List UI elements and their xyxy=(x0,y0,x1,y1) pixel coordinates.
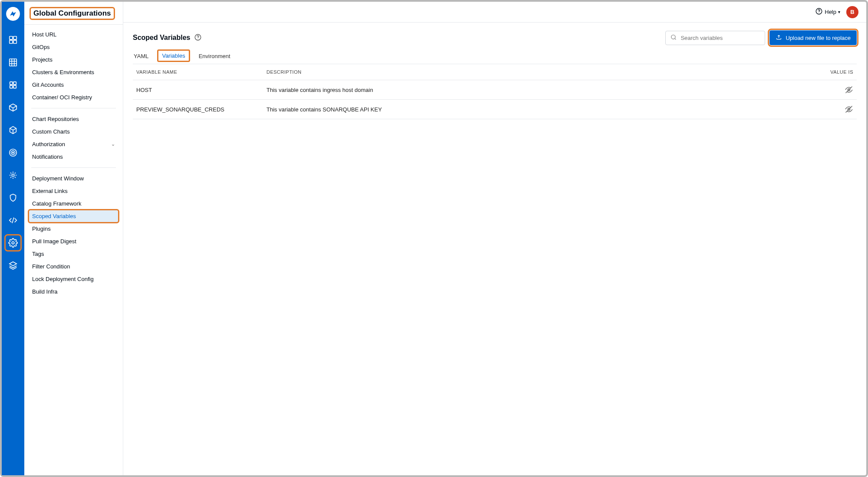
svg-point-19 xyxy=(671,35,675,39)
package-icon[interactable] xyxy=(5,100,21,115)
sidebar: Global Configurations Host URLGitOpsProj… xyxy=(24,2,123,475)
svg-point-13 xyxy=(12,174,14,176)
sidebar-item-catalog-framework[interactable]: Catalog Framework xyxy=(29,197,118,210)
apps-icon[interactable] xyxy=(5,77,21,93)
sidebar-item-label: Tags xyxy=(32,251,44,257)
col-header-description: DESCRIPTION xyxy=(266,69,801,75)
sidebar-item-container-oci-registry[interactable]: Container/ OCI Registry xyxy=(29,91,118,104)
cube-icon[interactable] xyxy=(5,122,21,138)
sidebar-item-build-infra[interactable]: Build Infra xyxy=(29,285,118,298)
upload-button-label: Upload new file to replace xyxy=(786,35,851,41)
variable-description: This variable contains SONARQUBE API KEY xyxy=(266,106,801,113)
sidebar-item-git-accounts[interactable]: Git Accounts xyxy=(29,78,118,91)
shield-icon[interactable] xyxy=(5,190,21,206)
svg-point-10 xyxy=(10,149,17,157)
svg-rect-2 xyxy=(13,36,16,39)
col-header-value: VALUE IS xyxy=(801,69,853,75)
search-input[interactable] xyxy=(681,35,760,41)
svg-point-11 xyxy=(11,150,15,154)
sidebar-item-host-url[interactable]: Host URL xyxy=(29,28,118,41)
sidebar-item-label: Scoped Variables xyxy=(32,213,76,219)
tab-yaml[interactable]: YAML xyxy=(133,49,149,64)
code-icon[interactable] xyxy=(5,212,21,228)
sidebar-item-scoped-variables[interactable]: Scoped Variables xyxy=(29,210,118,222)
svg-point-16 xyxy=(819,13,819,13)
svg-point-14 xyxy=(12,242,14,244)
svg-point-18 xyxy=(197,39,198,39)
sidebar-item-deployment-window[interactable]: Deployment Window xyxy=(29,172,118,185)
sidebar-item-custom-charts[interactable]: Custom Charts xyxy=(29,125,118,138)
sidebar-item-label: Pull Image Digest xyxy=(32,238,76,245)
sidebar-item-plugins[interactable]: Plugins xyxy=(29,222,118,235)
app-root: Global Configurations Host URLGitOpsProj… xyxy=(0,0,868,477)
sidebar-item-label: Projects xyxy=(32,56,53,63)
helm-icon[interactable] xyxy=(5,167,21,183)
content-title-group: Scoped Variables xyxy=(133,33,202,42)
sidebar-item-projects[interactable]: Projects xyxy=(29,53,118,66)
sidebar-item-gitops[interactable]: GitOps xyxy=(29,41,118,53)
sidebar-item-label: Filter Condition xyxy=(32,263,70,270)
icon-rail xyxy=(2,2,24,475)
svg-rect-3 xyxy=(10,40,13,43)
header-actions: Upload new file to replace xyxy=(665,30,857,45)
main-area: Help ▾ B Scoped Variables xyxy=(123,2,866,475)
target-icon[interactable] xyxy=(5,145,21,160)
help-icon xyxy=(815,7,823,16)
topbar: Help ▾ B xyxy=(123,2,866,23)
sidebar-item-label: Custom Charts xyxy=(32,128,70,135)
sidebar-item-label: GitOps xyxy=(32,44,49,50)
settings-icon[interactable] xyxy=(5,235,21,251)
sidebar-item-label: Build Infra xyxy=(32,288,58,295)
sidebar-item-authorization[interactable]: Authorization⌄ xyxy=(29,138,118,150)
sidebar-item-label: Git Accounts xyxy=(32,82,64,88)
tab-environment[interactable]: Environment xyxy=(198,49,231,64)
nav-separator xyxy=(31,108,116,108)
grid-alt-icon[interactable] xyxy=(5,55,21,70)
svg-rect-5 xyxy=(10,59,17,66)
sidebar-item-lock-deployment-config[interactable]: Lock Deployment Config xyxy=(29,273,118,285)
logo xyxy=(6,7,20,21)
svg-rect-9 xyxy=(13,85,16,88)
sidebar-item-external-links[interactable]: External Links xyxy=(29,185,118,197)
table-row[interactable]: HOSTThis variable contains ingress host … xyxy=(133,80,857,100)
sidebar-nav-list: Host URLGitOpsProjectsClusters & Environ… xyxy=(24,25,123,301)
sidebar-item-filter-condition[interactable]: Filter Condition xyxy=(29,260,118,273)
view-tabs: YAMLVariablesEnvironment xyxy=(133,49,857,64)
upload-file-button[interactable]: Upload new file to replace xyxy=(769,30,857,45)
content-header: Scoped Variables xyxy=(133,30,857,45)
svg-rect-4 xyxy=(13,40,16,43)
svg-rect-8 xyxy=(10,85,13,88)
upload-icon xyxy=(776,34,782,42)
dashboard-icon[interactable] xyxy=(5,32,21,48)
sidebar-item-label: Notifications xyxy=(32,154,63,160)
sidebar-item-notifications[interactable]: Notifications xyxy=(29,150,118,163)
tab-variables[interactable]: Variables xyxy=(157,49,190,62)
sidebar-item-label: Clusters & Environments xyxy=(32,69,94,75)
sidebar-item-tags[interactable]: Tags xyxy=(29,248,118,260)
variable-name: PREVIEW_SONARQUBE_CREDS xyxy=(136,106,266,113)
table-header: VARIABLE NAME DESCRIPTION VALUE IS xyxy=(133,64,857,80)
info-icon[interactable] xyxy=(194,33,202,42)
help-label: Help xyxy=(825,9,836,15)
search-variables[interactable] xyxy=(665,31,765,45)
table-row[interactable]: PREVIEW_SONARQUBE_CREDSThis variable con… xyxy=(133,100,857,119)
chevron-down-icon: ▾ xyxy=(838,10,840,14)
variable-description: This variable contains ingress host doma… xyxy=(266,87,801,93)
variables-table: VARIABLE NAME DESCRIPTION VALUE IS HOSTT… xyxy=(133,64,857,119)
avatar[interactable]: B xyxy=(846,6,858,18)
sidebar-item-label: Host URL xyxy=(32,31,56,38)
sidebar-item-label: Plugins xyxy=(32,225,51,232)
sidebar-item-label: Deployment Window xyxy=(32,175,84,182)
sidebar-item-label: Container/ OCI Registry xyxy=(32,94,92,101)
sidebar-item-label: Catalog Framework xyxy=(32,200,81,207)
help-dropdown[interactable]: Help ▾ xyxy=(815,7,840,16)
svg-rect-1 xyxy=(10,36,13,39)
sidebar-item-chart-repositories[interactable]: Chart Repositories xyxy=(29,113,118,125)
sidebar-item-pull-image-digest[interactable]: Pull Image Digest xyxy=(29,235,118,248)
layers-icon[interactable] xyxy=(5,258,21,273)
sidebar-item-label: Chart Repositories xyxy=(32,116,79,122)
svg-point-12 xyxy=(13,152,14,154)
variable-name: HOST xyxy=(136,87,266,93)
sidebar-item-clusters-environments[interactable]: Clusters & Environments xyxy=(29,66,118,78)
page-title: Scoped Variables xyxy=(133,34,191,42)
